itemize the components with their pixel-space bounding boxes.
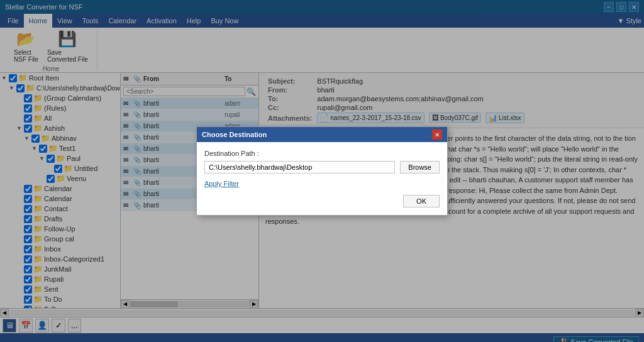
modal-footer: OK bbox=[197, 195, 447, 215]
apply-filter-anchor[interactable]: Apply Filter bbox=[204, 180, 239, 187]
modal-title-bar: Choose Destination ✕ bbox=[197, 127, 447, 142]
ok-button[interactable]: OK bbox=[403, 195, 440, 207]
browse-button[interactable]: Browse bbox=[400, 161, 440, 174]
choose-destination-dialog: Choose Destination ✕ Destination Path : … bbox=[196, 126, 448, 216]
modal-overlay: Choose Destination ✕ Destination Path : … bbox=[0, 0, 644, 342]
modal-body: Destination Path : Browse Apply Filter bbox=[197, 142, 447, 195]
destination-path-input[interactable] bbox=[204, 161, 395, 174]
modal-close-button[interactable]: ✕ bbox=[432, 130, 442, 140]
destination-input-row: Browse bbox=[204, 161, 440, 174]
destination-path-label: Destination Path : bbox=[204, 150, 440, 157]
apply-filter-link[interactable]: Apply Filter bbox=[204, 180, 440, 187]
modal-title: Choose Destination bbox=[202, 131, 267, 138]
